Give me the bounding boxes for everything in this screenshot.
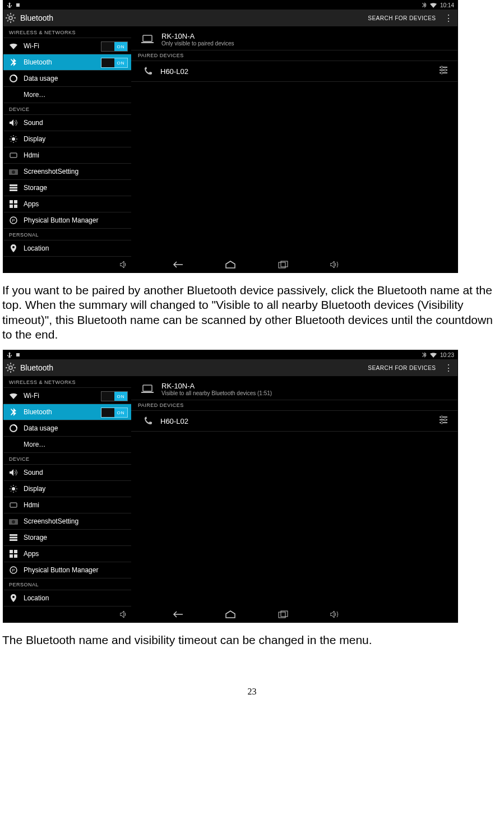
sidebar-item-physical-button-manager[interactable]: P Physical Button Manager bbox=[3, 212, 131, 229]
section-header-wireless: WIRELESS & NETWORKS bbox=[3, 26, 131, 38]
search-for-devices-button[interactable]: SEARCH FOR DEVICES bbox=[368, 365, 436, 371]
debug-icon bbox=[16, 3, 20, 7]
sidebar-item-storage[interactable]: Storage bbox=[3, 180, 131, 196]
svg-rect-33 bbox=[10, 550, 13, 553]
sidebar-item-label: Apps bbox=[24, 200, 39, 208]
storage-icon bbox=[9, 533, 18, 542]
sidebar-item-sound[interactable]: Sound bbox=[3, 465, 131, 481]
sidebar-item-apps[interactable]: Apps bbox=[3, 196, 131, 212]
laptop-icon bbox=[141, 385, 154, 393]
recent-apps-icon[interactable] bbox=[276, 609, 290, 619]
volume-down-icon[interactable] bbox=[118, 609, 132, 619]
sidebar-item-bluetooth[interactable]: Bluetooth ON bbox=[3, 404, 131, 420]
home-icon[interactable] bbox=[224, 609, 237, 619]
sidebar-item-wifi[interactable]: Wi-Fi ON bbox=[3, 38, 131, 54]
camera-icon bbox=[9, 517, 18, 526]
hdmi-icon bbox=[9, 501, 18, 510]
device-identity-row[interactable]: RK-10N-A Visible to all nearby Bluetooth… bbox=[131, 376, 457, 400]
section-header-wireless: WIRELESS & NETWORKS bbox=[3, 376, 131, 388]
screenshot-1: 10:14 Bluetooth SEARCH FOR DEVICES ⋮ WIR… bbox=[3, 0, 458, 273]
device-settings-icon[interactable] bbox=[438, 66, 448, 75]
svg-text:P: P bbox=[12, 568, 15, 573]
bluetooth-toggle[interactable]: ON bbox=[101, 408, 128, 418]
svg-rect-8 bbox=[10, 187, 17, 189]
settings-sidebar: WIRELESS & NETWORKS Wi-Fi ON Bluetooth O… bbox=[3, 376, 131, 606]
status-bar: 10:14 bbox=[3, 1, 457, 10]
svg-point-24 bbox=[9, 366, 12, 369]
device-identity-row[interactable]: RK-10N-A Only visible to paired devices bbox=[131, 26, 457, 50]
sidebar-item-hdmi[interactable]: Hdmi bbox=[3, 147, 131, 164]
sidebar-item-apps[interactable]: Apps bbox=[3, 546, 131, 562]
svg-point-6 bbox=[12, 170, 15, 174]
sidebar-item-label: Sound bbox=[24, 469, 43, 476]
sidebar-item-data-usage[interactable]: Data usage bbox=[3, 420, 131, 437]
svg-rect-4 bbox=[10, 153, 17, 158]
sidebar-item-location[interactable]: Location bbox=[3, 590, 131, 606]
wifi-toggle[interactable]: ON bbox=[101, 391, 128, 401]
sidebar-item-bluetooth[interactable]: Bluetooth ON bbox=[3, 54, 131, 71]
sidebar-item-screenshot[interactable]: ScreenshotSetting bbox=[3, 513, 131, 530]
display-icon bbox=[9, 135, 18, 143]
paired-device-row[interactable]: H60-L02 bbox=[131, 411, 457, 432]
debug-icon bbox=[16, 353, 20, 357]
overflow-menu-icon[interactable]: ⋮ bbox=[442, 363, 456, 373]
sidebar-item-data-usage[interactable]: Data usage bbox=[3, 71, 131, 87]
doc-paragraph-1: If you want to be paired by another Blue… bbox=[2, 283, 502, 342]
system-nav-bar bbox=[3, 606, 457, 622]
settings-gear-icon[interactable] bbox=[6, 13, 16, 23]
svg-rect-17 bbox=[141, 42, 154, 43]
sidebar-item-more[interactable]: More… bbox=[3, 87, 131, 103]
sidebar-item-storage[interactable]: Storage bbox=[3, 530, 131, 546]
volume-down-icon[interactable] bbox=[118, 260, 132, 270]
volume-up-icon[interactable] bbox=[329, 609, 343, 619]
paired-device-row[interactable]: H60-L02 bbox=[131, 61, 457, 82]
volume-up-icon[interactable] bbox=[329, 260, 343, 270]
svg-rect-27 bbox=[10, 503, 17, 507]
system-nav-bar bbox=[3, 257, 457, 272]
recent-apps-icon[interactable] bbox=[276, 260, 290, 270]
sidebar-item-display[interactable]: Display bbox=[3, 481, 131, 497]
back-icon[interactable] bbox=[171, 609, 184, 619]
svg-point-42 bbox=[444, 419, 446, 421]
sidebar-item-label: Display bbox=[24, 485, 45, 493]
apps-icon bbox=[9, 549, 18, 558]
svg-rect-36 bbox=[14, 554, 17, 558]
sidebar-item-label: Sound bbox=[24, 119, 43, 127]
phone-icon bbox=[144, 67, 152, 76]
svg-rect-32 bbox=[10, 539, 17, 541]
sidebar-item-screenshot[interactable]: ScreenshotSetting bbox=[3, 164, 131, 180]
sidebar-item-location[interactable]: Location bbox=[3, 240, 131, 257]
storage-icon bbox=[9, 183, 18, 192]
clock-text: 10:14 bbox=[440, 2, 454, 8]
wifi-icon bbox=[9, 41, 18, 50]
back-icon[interactable] bbox=[171, 260, 184, 270]
sidebar-item-label: Bluetooth bbox=[24, 58, 52, 66]
overflow-menu-icon[interactable]: ⋮ bbox=[442, 13, 456, 24]
sound-icon bbox=[9, 118, 18, 127]
sidebar-item-wifi[interactable]: Wi-Fi ON bbox=[3, 388, 131, 404]
wifi-toggle[interactable]: ON bbox=[101, 41, 128, 52]
search-for-devices-button[interactable]: SEARCH FOR DEVICES bbox=[368, 15, 436, 21]
device-settings-icon[interactable] bbox=[438, 415, 448, 424]
page-number: 23 bbox=[0, 687, 504, 697]
settings-gear-icon[interactable] bbox=[6, 363, 16, 373]
p-icon: P bbox=[9, 216, 18, 225]
svg-point-29 bbox=[12, 520, 15, 524]
home-icon[interactable] bbox=[224, 260, 237, 270]
screenshot-2: 10:23 Bluetooth SEARCH FOR DEVICES ⋮ WIR… bbox=[3, 350, 458, 623]
paired-devices-header: PAIRED DEVICES bbox=[131, 50, 457, 61]
sidebar-item-more[interactable]: More… bbox=[3, 437, 131, 453]
svg-rect-35 bbox=[10, 554, 13, 558]
data-usage-icon bbox=[9, 74, 18, 83]
wifi-status-icon bbox=[430, 353, 437, 358]
location-icon bbox=[9, 594, 18, 603]
sidebar-item-display[interactable]: Display bbox=[3, 131, 131, 147]
sidebar-item-hdmi[interactable]: Hdmi bbox=[3, 497, 131, 513]
svg-text:P: P bbox=[12, 218, 15, 223]
sidebar-item-sound[interactable]: Sound bbox=[3, 115, 131, 131]
bluetooth-status-icon bbox=[422, 352, 427, 358]
doc-paragraph-2: The Bluetooth name and visibility timeou… bbox=[2, 633, 502, 647]
sidebar-item-physical-button-manager[interactable]: P Physical Button Manager bbox=[3, 562, 131, 578]
section-header-personal: PERSONAL bbox=[3, 229, 131, 240]
bluetooth-toggle[interactable]: ON bbox=[101, 58, 128, 68]
